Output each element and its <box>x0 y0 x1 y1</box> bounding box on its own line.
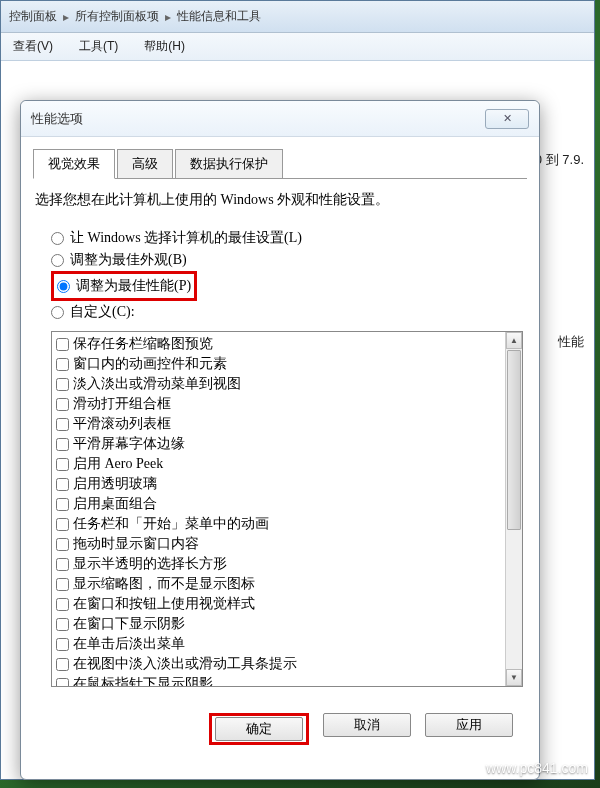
option-checkbox[interactable] <box>56 378 69 391</box>
scroll-track[interactable] <box>506 531 522 669</box>
breadcrumb-sep: ▸ <box>63 10 69 24</box>
option-checkbox[interactable] <box>56 578 69 591</box>
option-checkbox[interactable] <box>56 518 69 531</box>
tab-dep[interactable]: 数据执行保护 <box>175 149 283 178</box>
tab-advanced[interactable]: 高级 <box>117 149 173 178</box>
menu-help[interactable]: 帮助(H) <box>140 36 189 57</box>
radio-best-appearance-input[interactable] <box>51 254 64 267</box>
radio-best-performance-input[interactable] <box>57 280 70 293</box>
option-row[interactable]: 任务栏和「开始」菜单中的动画 <box>56 514 501 534</box>
radio-label: 让 Windows 选择计算机的最佳设置(L) <box>70 229 302 247</box>
scrollbar[interactable]: ▲ ▼ <box>505 332 522 686</box>
highlight-best-performance: 调整为最佳性能(P) <box>51 271 197 301</box>
option-label: 保存任务栏缩略图预览 <box>73 335 213 353</box>
option-label: 启用桌面组合 <box>73 495 157 513</box>
option-checkbox[interactable] <box>56 438 69 451</box>
radio-best-appearance[interactable]: 调整为最佳外观(B) <box>51 249 527 271</box>
option-row[interactable]: 在单击后淡出菜单 <box>56 634 501 654</box>
ok-button[interactable]: 确定 <box>215 717 303 741</box>
side-perf-text: 性能 <box>558 333 584 351</box>
option-row[interactable]: 淡入淡出或滑动菜单到视图 <box>56 374 501 394</box>
dialog-body: 视觉效果 高级 数据执行保护 选择您想在此计算机上使用的 Windows 外观和… <box>21 137 539 753</box>
option-checkbox[interactable] <box>56 498 69 511</box>
breadcrumb-root[interactable]: 控制面板 <box>9 8 57 25</box>
apply-button[interactable]: 应用 <box>425 713 513 737</box>
option-checkbox[interactable] <box>56 478 69 491</box>
watermark: www.pc841.com <box>486 760 588 776</box>
breadcrumb-bar: 控制面板 ▸ 所有控制面板项 ▸ 性能信息和工具 <box>1 1 594 33</box>
dialog-button-row: 确定 取消 应用 <box>33 695 527 745</box>
option-label: 启用透明玻璃 <box>73 475 157 493</box>
option-checkbox[interactable] <box>56 398 69 411</box>
dialog-title: 性能选项 <box>31 110 83 128</box>
option-checkbox[interactable] <box>56 338 69 351</box>
menu-view[interactable]: 查看(V) <box>9 36 57 57</box>
dialog-titlebar[interactable]: 性能选项 ✕ <box>21 101 539 137</box>
option-label: 在鼠标指针下显示阴影 <box>73 675 213 686</box>
option-checkbox[interactable] <box>56 638 69 651</box>
option-checkbox[interactable] <box>56 618 69 631</box>
option-row[interactable]: 平滑滚动列表框 <box>56 414 501 434</box>
instruction-text: 选择您想在此计算机上使用的 Windows 外观和性能设置。 <box>35 191 525 209</box>
option-label: 在视图中淡入淡出或滑动工具条提示 <box>73 655 297 673</box>
option-checkbox[interactable] <box>56 458 69 471</box>
highlight-ok-button: 确定 <box>209 713 309 745</box>
scroll-thumb[interactable] <box>507 350 521 530</box>
cancel-button[interactable]: 取消 <box>323 713 411 737</box>
option-checkbox[interactable] <box>56 538 69 551</box>
option-label: 显示缩略图，而不是显示图标 <box>73 575 255 593</box>
option-row[interactable]: 启用透明玻璃 <box>56 474 501 494</box>
option-row[interactable]: 滑动打开组合框 <box>56 394 501 414</box>
radio-label: 调整为最佳性能(P) <box>76 277 191 295</box>
option-label: 启用 Aero Peek <box>73 455 163 473</box>
option-row[interactable]: 启用 Aero Peek <box>56 454 501 474</box>
option-row[interactable]: 在窗口和按钮上使用视觉样式 <box>56 594 501 614</box>
option-row[interactable]: 在视图中淡入淡出或滑动工具条提示 <box>56 654 501 674</box>
radio-custom-input[interactable] <box>51 306 64 319</box>
option-checkbox[interactable] <box>56 658 69 671</box>
option-label: 拖动时显示窗口内容 <box>73 535 199 553</box>
scroll-down-button[interactable]: ▼ <box>506 669 522 686</box>
option-row[interactable]: 显示缩略图，而不是显示图标 <box>56 574 501 594</box>
breadcrumb-sep: ▸ <box>165 10 171 24</box>
option-checkbox[interactable] <box>56 598 69 611</box>
option-row[interactable]: 平滑屏幕字体边缘 <box>56 434 501 454</box>
option-label: 平滑屏幕字体边缘 <box>73 435 185 453</box>
option-row[interactable]: 窗口内的动画控件和元素 <box>56 354 501 374</box>
radio-group: 让 Windows 选择计算机的最佳设置(L) 调整为最佳外观(B) 调整为最佳… <box>51 227 527 323</box>
option-checkbox[interactable] <box>56 358 69 371</box>
option-label: 显示半透明的选择长方形 <box>73 555 227 573</box>
scroll-up-button[interactable]: ▲ <box>506 332 522 349</box>
option-label: 在窗口下显示阴影 <box>73 615 185 633</box>
option-label: 窗口内的动画控件和元素 <box>73 355 227 373</box>
option-row[interactable]: 在窗口下显示阴影 <box>56 614 501 634</box>
radio-label: 调整为最佳外观(B) <box>70 251 187 269</box>
breadcrumb-level2[interactable]: 性能信息和工具 <box>177 8 261 25</box>
options-list: 保存任务栏缩略图预览窗口内的动画控件和元素淡入淡出或滑动菜单到视图滑动打开组合框… <box>51 331 523 687</box>
radio-best-performance[interactable]: 调整为最佳性能(P) <box>57 275 191 297</box>
option-checkbox[interactable] <box>56 678 69 687</box>
radio-let-windows[interactable]: 让 Windows 选择计算机的最佳设置(L) <box>51 227 527 249</box>
option-label: 任务栏和「开始」菜单中的动画 <box>73 515 269 533</box>
radio-custom[interactable]: 自定义(C): <box>51 301 527 323</box>
option-checkbox[interactable] <box>56 418 69 431</box>
option-label: 在窗口和按钮上使用视觉样式 <box>73 595 255 613</box>
options-list-inner: 保存任务栏缩略图预览窗口内的动画控件和元素淡入淡出或滑动菜单到视图滑动打开组合框… <box>52 332 505 686</box>
option-label: 平滑滚动列表框 <box>73 415 171 433</box>
menu-bar: 查看(V) 工具(T) 帮助(H) <box>1 33 594 61</box>
option-row[interactable]: 显示半透明的选择长方形 <box>56 554 501 574</box>
option-label: 滑动打开组合框 <box>73 395 171 413</box>
option-label: 淡入淡出或滑动菜单到视图 <box>73 375 241 393</box>
close-button[interactable]: ✕ <box>485 109 529 129</box>
tab-row: 视觉效果 高级 数据执行保护 <box>33 149 527 179</box>
option-row[interactable]: 启用桌面组合 <box>56 494 501 514</box>
tab-visual-effects[interactable]: 视觉效果 <box>33 149 115 179</box>
option-row[interactable]: 保存任务栏缩略图预览 <box>56 334 501 354</box>
radio-let-windows-input[interactable] <box>51 232 64 245</box>
performance-options-dialog: 性能选项 ✕ 视觉效果 高级 数据执行保护 选择您想在此计算机上使用的 Wind… <box>20 100 540 780</box>
option-row[interactable]: 在鼠标指针下显示阴影 <box>56 674 501 686</box>
option-row[interactable]: 拖动时显示窗口内容 <box>56 534 501 554</box>
option-checkbox[interactable] <box>56 558 69 571</box>
breadcrumb-level1[interactable]: 所有控制面板项 <box>75 8 159 25</box>
menu-tools[interactable]: 工具(T) <box>75 36 122 57</box>
